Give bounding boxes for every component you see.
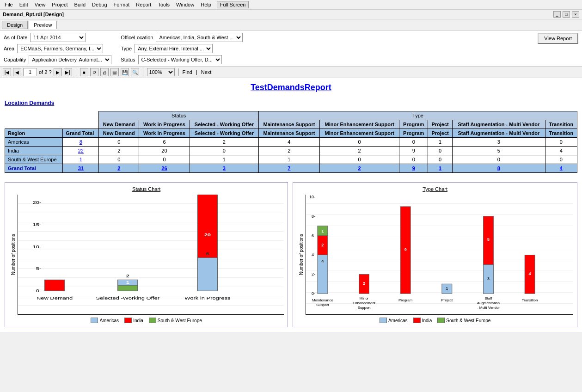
capability-select[interactable]: Application Delivery, Automat... xyxy=(29,55,111,64)
cell-gt-trans[interactable]: 4 xyxy=(545,164,577,173)
next-button[interactable]: Next xyxy=(201,69,212,75)
y-tick-5: 5- xyxy=(36,266,42,271)
nav-separator-2 xyxy=(143,68,143,76)
office-location-select[interactable]: Americas, India, South & West ... xyxy=(156,33,243,42)
page-number-input[interactable] xyxy=(23,68,37,76)
col-header-ms2: Maintenance Support xyxy=(258,129,319,138)
type-chart-legend: Americas India South & West Europe xyxy=(297,318,573,323)
cell-transition: 0 xyxy=(545,138,577,147)
menu-build[interactable]: Build xyxy=(72,1,88,8)
menu-debug[interactable]: Debug xyxy=(89,1,110,8)
type-legend-americas: Americas xyxy=(380,318,408,323)
cell-grand-total[interactable]: 22 xyxy=(63,147,99,155)
zoom-select[interactable]: 100% xyxy=(147,68,175,76)
cell-grand-total[interactable]: 8 xyxy=(63,138,99,147)
nav-stop-button[interactable]: ■ xyxy=(80,68,88,76)
cell-new-demand: 0 xyxy=(99,155,139,164)
nav-separator-1 xyxy=(76,68,76,76)
cell-gt-sa[interactable]: 8 xyxy=(453,164,545,173)
cell-gt-nd[interactable]: 2 xyxy=(99,164,139,173)
status-label: Status xyxy=(121,57,135,62)
nav-prev-button[interactable]: ◀ xyxy=(13,68,21,76)
cell-gt-prog[interactable]: 9 xyxy=(399,164,428,173)
report-title[interactable]: TestDemandsReport xyxy=(5,83,577,92)
close-button[interactable]: × xyxy=(572,11,579,18)
table-row: South & West Europe 1 0 0 1 1 0 0 0 0 0 xyxy=(5,155,577,164)
view-report-button[interactable]: View Report xyxy=(538,33,578,44)
bar-wip-india xyxy=(197,195,217,257)
nav-layout-button[interactable]: ▤ xyxy=(110,68,119,76)
label-mne-india: 2 xyxy=(363,281,365,286)
cell-new-demand: 0 xyxy=(99,138,139,147)
find-button[interactable]: Find xyxy=(183,69,192,75)
table-row: Americas 8 0 6 2 4 0 0 1 3 0 xyxy=(5,138,577,147)
y-tick-20: 20- xyxy=(33,200,42,205)
area-label: Area xyxy=(4,46,14,51)
menu-format[interactable]: Format xyxy=(111,1,133,8)
menu-tools[interactable]: Tools xyxy=(155,1,172,8)
cell-maintenance-support: 1 xyxy=(258,155,319,164)
type-select[interactable]: Any, External Hire, Internal ... xyxy=(135,44,213,53)
col-new-demand: New Demand xyxy=(99,120,139,129)
y-tick-type-6: 6- xyxy=(312,233,315,238)
legend-india-color xyxy=(124,318,132,323)
nav-print-button[interactable]: 🖨 xyxy=(100,68,109,76)
col-work-in-progress: Work in Progress xyxy=(139,120,190,129)
minimize-button[interactable]: _ xyxy=(553,11,561,18)
charts-area: Status Chart Number of positions 2 xyxy=(5,182,577,327)
cell-selected-working-offer: 2 xyxy=(190,138,258,147)
status-select[interactable]: C-Selected - Working Offer, D... xyxy=(138,55,222,64)
nav-export-button[interactable]: 💾 xyxy=(121,68,129,76)
param-row-office: OfficeLocation Americas, India, South & … xyxy=(121,33,243,42)
location-title[interactable]: Location Demands xyxy=(5,100,577,106)
menu-file[interactable]: File xyxy=(2,1,16,8)
menu-bar: File Edit View Project Build Debug Forma… xyxy=(0,0,582,10)
menu-project[interactable]: Project xyxy=(49,1,70,8)
bar-new-demand-india xyxy=(45,280,65,291)
bar-wip-americas xyxy=(197,257,217,291)
as-of-date-select[interactable]: 11 Apr 2014 xyxy=(30,33,86,42)
nav-next-button[interactable]: ▶ xyxy=(54,68,62,76)
param-row-date: As of Date 11 Apr 2014 xyxy=(4,33,111,42)
tab-preview[interactable]: Preview xyxy=(29,21,57,29)
maximize-button[interactable]: □ xyxy=(563,11,570,18)
cell-work-in-progress: 0 xyxy=(139,155,190,164)
cell-gt-label: Grand Total xyxy=(5,164,63,173)
label-sa-india: 5 xyxy=(487,237,490,242)
cell-gt-total[interactable]: 31 xyxy=(63,164,99,173)
cell-gt-swo[interactable]: 3 xyxy=(190,164,258,173)
label-sa-americas: 3 xyxy=(487,276,490,281)
type-chart-title: Type Chart xyxy=(297,186,573,192)
cell-grand-total[interactable]: 1 xyxy=(63,155,99,164)
x-label-sa3: - Multi Vendor xyxy=(477,306,500,310)
menu-window[interactable]: Window xyxy=(173,1,197,8)
nav-refresh-button[interactable]: ↺ xyxy=(90,68,98,76)
cell-gt-proj[interactable]: 1 xyxy=(428,164,452,173)
cell-project: 0 xyxy=(428,155,452,164)
nav-first-button[interactable]: |◀ xyxy=(3,68,11,76)
cell-new-demand: 2 xyxy=(99,147,139,155)
area-select[interactable]: ECMaaS, Farmers, Germany, I... xyxy=(17,44,103,53)
office-location-label: OfficeLocation xyxy=(121,35,153,40)
tab-design[interactable]: Design xyxy=(2,21,28,29)
bar-label-swo-americas: 2 xyxy=(126,274,129,278)
cell-gt-mne[interactable]: 2 xyxy=(319,164,399,173)
cell-gt-wip[interactable]: 26 xyxy=(139,164,190,173)
legend-americas-color xyxy=(91,318,98,323)
status-chart-title: Status Chart xyxy=(9,186,284,192)
bar-label-nd-india: 2 xyxy=(53,274,56,278)
type-legend-india-label: India xyxy=(422,318,432,323)
col-header-wip2: Work in Progress xyxy=(139,129,190,138)
menu-report[interactable]: Report xyxy=(133,1,154,8)
nav-last-button[interactable]: ▶| xyxy=(64,68,72,76)
menu-help[interactable]: Help xyxy=(198,1,214,8)
fullscreen-button[interactable]: Full Screen xyxy=(217,1,249,8)
menu-view[interactable]: View xyxy=(32,1,49,8)
menu-edit[interactable]: Edit xyxy=(17,1,31,8)
nav-search-button[interactable]: 🔍 xyxy=(131,68,139,76)
cell-gt-ms[interactable]: 7 xyxy=(258,164,319,173)
tab-bar: Design Preview xyxy=(0,19,582,31)
demands-table: Status Type New Demand Work in Progress … xyxy=(5,111,577,173)
col-program: Program xyxy=(399,120,428,129)
col-header-nd2: New Demand xyxy=(99,129,139,138)
